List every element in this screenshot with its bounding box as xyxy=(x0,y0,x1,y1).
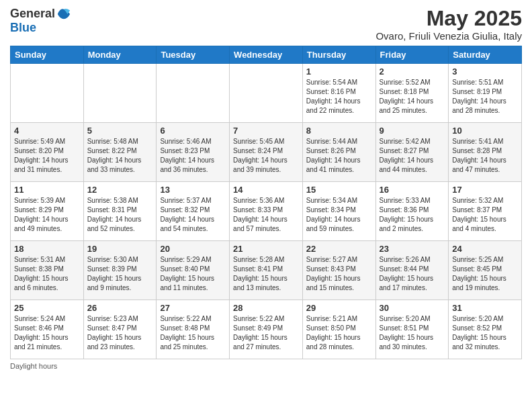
calendar-cell: 27Sunrise: 5:22 AM Sunset: 8:48 PM Dayli… xyxy=(157,300,230,359)
week-row-3: 11Sunrise: 5:39 AM Sunset: 8:29 PM Dayli… xyxy=(11,182,522,241)
day-info: Sunrise: 5:23 AM Sunset: 8:47 PM Dayligh… xyxy=(87,314,153,352)
day-number: 30 xyxy=(380,303,445,313)
day-info: Sunrise: 5:41 AM Sunset: 8:28 PM Dayligh… xyxy=(452,137,518,175)
day-number: 3 xyxy=(452,66,518,77)
calendar-cell xyxy=(230,64,303,123)
calendar-cell: 26Sunrise: 5:23 AM Sunset: 8:47 PM Dayli… xyxy=(83,300,157,359)
day-info: Sunrise: 5:22 AM Sunset: 8:49 PM Dayligh… xyxy=(233,314,299,352)
weekday-header-row: SundayMondayTuesdayWednesdayThursdayFrid… xyxy=(11,46,522,64)
day-number: 13 xyxy=(160,185,226,195)
day-number: 20 xyxy=(160,244,226,254)
title-block: May 2025 Ovaro, Friuli Venezia Giulia, I… xyxy=(375,7,522,42)
day-number: 11 xyxy=(14,185,80,195)
calendar-cell: 14Sunrise: 5:36 AM Sunset: 8:33 PM Dayli… xyxy=(230,182,303,241)
day-info: Sunrise: 5:49 AM Sunset: 8:20 PM Dayligh… xyxy=(14,137,80,175)
calendar-cell xyxy=(11,64,84,123)
weekday-monday: Monday xyxy=(83,46,157,64)
calendar-cell: 23Sunrise: 5:26 AM Sunset: 8:44 PM Dayli… xyxy=(375,241,449,300)
day-number: 18 xyxy=(14,244,80,254)
day-info: Sunrise: 5:20 AM Sunset: 8:52 PM Dayligh… xyxy=(452,314,518,352)
day-info: Sunrise: 5:20 AM Sunset: 8:51 PM Dayligh… xyxy=(380,314,445,352)
logo: General Blue xyxy=(10,7,71,35)
location-title: Ovaro, Friuli Venezia Giulia, Italy xyxy=(375,30,522,42)
calendar-cell: 29Sunrise: 5:21 AM Sunset: 8:50 PM Dayli… xyxy=(302,300,375,359)
weekday-tuesday: Tuesday xyxy=(157,46,230,64)
day-number: 4 xyxy=(14,126,80,136)
day-number: 12 xyxy=(87,185,153,195)
weekday-friday: Friday xyxy=(375,46,449,64)
day-number: 2 xyxy=(380,66,445,77)
day-info: Sunrise: 5:52 AM Sunset: 8:18 PM Dayligh… xyxy=(380,78,445,116)
day-number: 24 xyxy=(452,244,518,254)
calendar-cell: 2Sunrise: 5:52 AM Sunset: 8:18 PM Daylig… xyxy=(375,64,449,123)
day-number: 5 xyxy=(87,126,153,136)
day-info: Sunrise: 5:25 AM Sunset: 8:45 PM Dayligh… xyxy=(452,255,518,293)
week-row-5: 25Sunrise: 5:24 AM Sunset: 8:46 PM Dayli… xyxy=(11,300,522,359)
day-number: 25 xyxy=(14,303,80,313)
calendar-cell: 31Sunrise: 5:20 AM Sunset: 8:52 PM Dayli… xyxy=(449,300,522,359)
calendar-cell: 22Sunrise: 5:27 AM Sunset: 8:43 PM Dayli… xyxy=(302,241,375,300)
calendar-cell xyxy=(83,64,157,123)
day-number: 6 xyxy=(160,126,226,136)
calendar-cell: 21Sunrise: 5:28 AM Sunset: 8:41 PM Dayli… xyxy=(230,241,303,300)
day-info: Sunrise: 5:24 AM Sunset: 8:46 PM Dayligh… xyxy=(14,314,80,352)
day-number: 14 xyxy=(233,185,299,195)
day-info: Sunrise: 5:39 AM Sunset: 8:29 PM Dayligh… xyxy=(14,196,80,234)
day-info: Sunrise: 5:46 AM Sunset: 8:23 PM Dayligh… xyxy=(160,137,226,175)
day-number: 8 xyxy=(306,126,372,136)
day-number: 15 xyxy=(306,185,372,195)
day-info: Sunrise: 5:31 AM Sunset: 8:38 PM Dayligh… xyxy=(14,255,80,293)
day-info: Sunrise: 5:27 AM Sunset: 8:43 PM Dayligh… xyxy=(306,255,372,293)
calendar-cell: 17Sunrise: 5:32 AM Sunset: 8:37 PM Dayli… xyxy=(449,182,522,241)
calendar-cell: 1Sunrise: 5:54 AM Sunset: 8:16 PM Daylig… xyxy=(302,64,375,123)
calendar-cell: 30Sunrise: 5:20 AM Sunset: 8:51 PM Dayli… xyxy=(375,300,449,359)
day-number: 23 xyxy=(380,244,445,254)
calendar-cell: 5Sunrise: 5:48 AM Sunset: 8:22 PM Daylig… xyxy=(83,123,157,182)
day-info: Sunrise: 5:51 AM Sunset: 8:19 PM Dayligh… xyxy=(452,78,518,116)
day-number: 19 xyxy=(87,244,153,254)
week-row-2: 4Sunrise: 5:49 AM Sunset: 8:20 PM Daylig… xyxy=(11,123,522,182)
logo-icon xyxy=(56,7,71,21)
calendar-cell: 3Sunrise: 5:51 AM Sunset: 8:19 PM Daylig… xyxy=(449,64,522,123)
day-info: Sunrise: 5:26 AM Sunset: 8:44 PM Dayligh… xyxy=(380,255,445,293)
day-info: Sunrise: 5:22 AM Sunset: 8:48 PM Dayligh… xyxy=(160,314,226,352)
day-number: 27 xyxy=(160,303,226,313)
day-info: Sunrise: 5:44 AM Sunset: 8:26 PM Dayligh… xyxy=(306,137,372,175)
calendar-cell: 7Sunrise: 5:45 AM Sunset: 8:24 PM Daylig… xyxy=(230,123,303,182)
calendar-cell: 13Sunrise: 5:37 AM Sunset: 8:32 PM Dayli… xyxy=(157,182,230,241)
day-info: Sunrise: 5:28 AM Sunset: 8:41 PM Dayligh… xyxy=(233,255,299,293)
page: General Blue May 2025 Ovaro, Friuli Vene… xyxy=(0,0,532,411)
month-title: May 2025 xyxy=(375,7,522,30)
day-number: 16 xyxy=(380,185,445,195)
calendar-cell: 19Sunrise: 5:30 AM Sunset: 8:39 PM Dayli… xyxy=(83,241,157,300)
calendar-cell: 15Sunrise: 5:34 AM Sunset: 8:34 PM Dayli… xyxy=(302,182,375,241)
calendar-cell: 8Sunrise: 5:44 AM Sunset: 8:26 PM Daylig… xyxy=(302,123,375,182)
calendar-cell: 11Sunrise: 5:39 AM Sunset: 8:29 PM Dayli… xyxy=(11,182,84,241)
calendar: SundayMondayTuesdayWednesdayThursdayFrid… xyxy=(10,46,522,359)
day-number: 22 xyxy=(306,244,372,254)
logo-blue: Blue xyxy=(10,21,71,35)
calendar-cell: 4Sunrise: 5:49 AM Sunset: 8:20 PM Daylig… xyxy=(11,123,84,182)
weekday-wednesday: Wednesday xyxy=(230,46,303,64)
day-info: Sunrise: 5:33 AM Sunset: 8:36 PM Dayligh… xyxy=(380,196,445,234)
calendar-cell: 6Sunrise: 5:46 AM Sunset: 8:23 PM Daylig… xyxy=(157,123,230,182)
header: General Blue May 2025 Ovaro, Friuli Vene… xyxy=(10,7,522,42)
footer-daylight-text: Daylight hours xyxy=(10,362,57,370)
day-number: 28 xyxy=(233,303,299,313)
day-info: Sunrise: 5:42 AM Sunset: 8:27 PM Dayligh… xyxy=(380,137,445,175)
day-info: Sunrise: 5:37 AM Sunset: 8:32 PM Dayligh… xyxy=(160,196,226,234)
weekday-sunday: Sunday xyxy=(11,46,84,64)
calendar-cell xyxy=(157,64,230,123)
day-info: Sunrise: 5:38 AM Sunset: 8:31 PM Dayligh… xyxy=(87,196,153,234)
day-number: 9 xyxy=(380,126,445,136)
day-number: 7 xyxy=(233,126,299,136)
day-number: 17 xyxy=(452,185,518,195)
logo-general: General xyxy=(10,7,55,21)
calendar-cell: 16Sunrise: 5:33 AM Sunset: 8:36 PM Dayli… xyxy=(375,182,449,241)
week-row-1: 1Sunrise: 5:54 AM Sunset: 8:16 PM Daylig… xyxy=(11,64,522,123)
day-number: 1 xyxy=(306,66,372,77)
calendar-cell: 24Sunrise: 5:25 AM Sunset: 8:45 PM Dayli… xyxy=(449,241,522,300)
day-info: Sunrise: 5:34 AM Sunset: 8:34 PM Dayligh… xyxy=(306,196,372,234)
calendar-cell: 9Sunrise: 5:42 AM Sunset: 8:27 PM Daylig… xyxy=(375,123,449,182)
day-info: Sunrise: 5:45 AM Sunset: 8:24 PM Dayligh… xyxy=(233,137,299,175)
